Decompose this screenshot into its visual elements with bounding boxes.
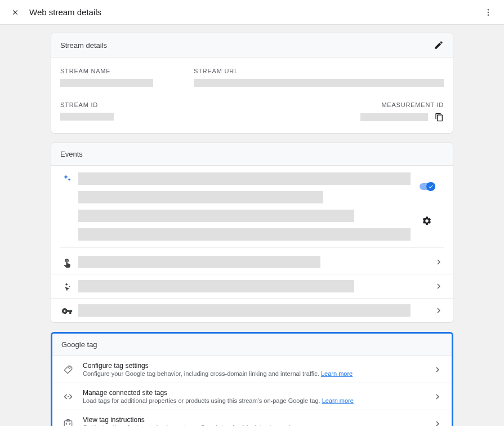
- event-skeleton: [78, 228, 411, 241]
- google-tag-header: Google tag: [52, 334, 452, 356]
- check-icon: [428, 184, 434, 189]
- close-button[interactable]: [11, 8, 19, 16]
- stream-url-field: STREAM URL: [194, 68, 444, 87]
- enhanced-measurement-row: [51, 166, 453, 250]
- main-content: Stream details STREAM NAME STREAM URL ST…: [0, 25, 504, 426]
- event-skeleton: [78, 280, 354, 292]
- stream-details-heading: Stream details: [60, 41, 107, 50]
- more-menu-button[interactable]: [484, 8, 493, 17]
- event-skeleton: [78, 191, 323, 203]
- google-tag-heading: Google tag: [61, 340, 97, 349]
- tag-row-desc: Load tags for additional properties or p…: [83, 397, 432, 404]
- events-heading: Events: [60, 150, 83, 158]
- chevron-right-icon: [434, 305, 444, 316]
- svg-point-3: [68, 396, 69, 397]
- svg-point-1: [488, 11, 489, 13]
- measurement-protocol-row[interactable]: [51, 299, 453, 322]
- event-skeleton: [78, 210, 354, 222]
- tag-row-title: Manage connected site tags: [83, 389, 432, 397]
- chevron-right-icon: [432, 365, 443, 375]
- touch-icon: [62, 258, 72, 268]
- stream-url-value-placeholder: [194, 79, 444, 87]
- sparkle-icon-wrapper: [60, 174, 74, 241]
- stream-id-label: STREAM ID: [60, 101, 177, 108]
- stream-details-header: Stream details: [51, 33, 453, 57]
- more-vert-icon: [484, 8, 493, 17]
- cursor-sparkle-icon: [62, 282, 72, 292]
- events-body: [51, 166, 453, 322]
- stream-details-body: STREAM NAME STREAM URL STREAM ID MEASURE…: [51, 57, 453, 133]
- close-icon: [11, 8, 19, 16]
- tag-row-title: Configure tag settings: [83, 362, 432, 370]
- modify-events-row[interactable]: [51, 250, 453, 274]
- copy-icon: [435, 113, 444, 122]
- chevron-right-icon: [432, 392, 443, 402]
- stream-id-field: STREAM ID: [60, 101, 177, 122]
- stream-details-card: Stream details STREAM NAME STREAM URL ST…: [51, 33, 453, 134]
- measurement-id-label: MEASUREMENT ID: [327, 101, 444, 108]
- stream-name-label: STREAM NAME: [60, 68, 177, 74]
- svg-rect-4: [64, 420, 72, 426]
- learn-more-link[interactable]: Learn more: [322, 397, 354, 404]
- sparkle-icon: [63, 174, 72, 183]
- event-skeleton: [78, 172, 411, 185]
- events-card: Events: [51, 143, 453, 323]
- manage-connected-tags-row[interactable]: Manage connected site tags Load tags for…: [52, 383, 452, 410]
- svg-point-2: [488, 14, 489, 16]
- stream-id-value-placeholder: [60, 113, 114, 121]
- tag-row-title: View tag instructions: [83, 416, 432, 424]
- measurement-id-field: MEASUREMENT ID: [327, 101, 444, 122]
- key-icon: [61, 305, 73, 317]
- chevron-right-icon: [432, 419, 443, 427]
- stream-name-value-placeholder: [60, 79, 153, 87]
- google-tag-card: Google tag Configure tag settings Config…: [51, 332, 453, 426]
- chevron-right-icon: [434, 281, 444, 291]
- event-skeleton: [78, 256, 320, 268]
- tag-icon: [63, 365, 73, 375]
- tag-row-desc: Configure your Google tag behavior, incl…: [83, 370, 432, 377]
- learn-more-link[interactable]: Learn more: [321, 370, 353, 377]
- chevron-right-icon: [434, 257, 444, 267]
- events-header: Events: [51, 143, 453, 166]
- edit-stream-button[interactable]: [434, 40, 444, 50]
- pencil-icon: [434, 40, 444, 50]
- configure-tag-settings-row[interactable]: Configure tag settings Configure your Go…: [52, 356, 452, 383]
- create-events-row[interactable]: [51, 274, 453, 299]
- svg-rect-5: [67, 419, 70, 421]
- enhanced-measurement-settings-button[interactable]: [422, 216, 432, 226]
- stream-name-field: STREAM NAME: [60, 68, 177, 87]
- svg-point-0: [488, 9, 489, 11]
- stream-url-label: STREAM URL: [194, 68, 444, 74]
- gear-icon: [422, 216, 432, 226]
- link-icon: [63, 392, 73, 402]
- enhanced-measurement-toggle[interactable]: [420, 183, 434, 190]
- page-header: Web stream details: [0, 0, 504, 25]
- view-tag-instructions-row[interactable]: View tag instructions Get instructions f…: [52, 410, 452, 426]
- page-title: Web stream details: [29, 7, 101, 17]
- event-skeleton: [78, 304, 411, 317]
- instructions-icon: [63, 419, 73, 427]
- measurement-id-value-placeholder: [360, 113, 428, 121]
- copy-measurement-id-button[interactable]: [435, 113, 444, 122]
